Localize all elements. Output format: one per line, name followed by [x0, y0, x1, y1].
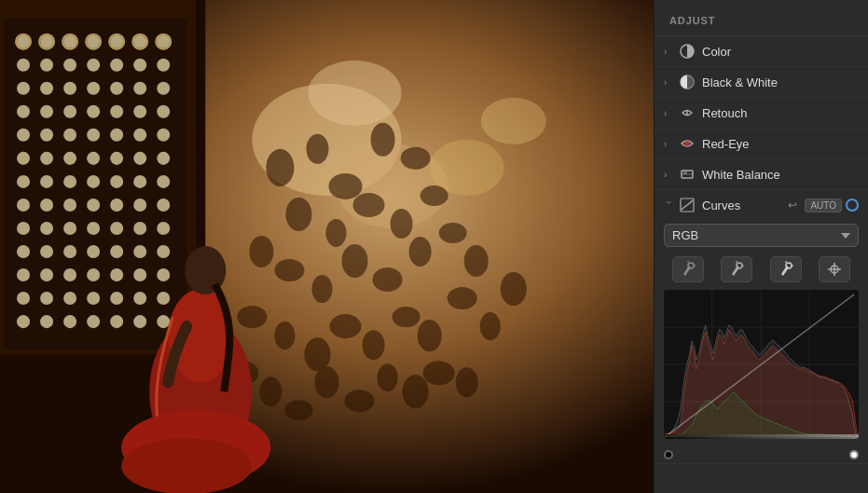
- photo-area: [0, 0, 654, 493]
- red-eye-icon: [679, 135, 696, 152]
- sidebar-item-black-white[interactable]: › Black & White: [654, 67, 868, 98]
- svg-rect-128: [133, 268, 146, 281]
- svg-rect-66: [157, 59, 170, 72]
- svg-point-12: [401, 147, 431, 170]
- svg-rect-123: [17, 268, 30, 281]
- svg-rect-95: [17, 175, 30, 188]
- svg-point-16: [391, 209, 413, 239]
- svg-rect-65: [133, 59, 146, 72]
- svg-rect-105: [87, 199, 100, 212]
- svg-rect-103: [40, 199, 53, 212]
- rgb-channel-select[interactable]: RGB Red Green Blue Luminance: [664, 224, 859, 247]
- svg-rect-71: [110, 82, 123, 95]
- svg-rect-76: [63, 105, 76, 118]
- svg-rect-127: [110, 268, 123, 281]
- svg-rect-84: [87, 129, 100, 142]
- retouch-item-label: Retouch: [702, 106, 859, 120]
- svg-rect-143: [157, 315, 170, 328]
- svg-rect-73: [157, 82, 170, 95]
- svg-rect-101: [157, 175, 170, 188]
- svg-rect-55: [63, 35, 76, 48]
- svg-rect-56: [87, 35, 100, 48]
- svg-rect-99: [110, 175, 123, 188]
- svg-rect-74: [17, 105, 30, 118]
- svg-point-38: [284, 400, 312, 420]
- sidebar-item-retouch[interactable]: › Retouch: [654, 98, 868, 129]
- white-point-eyedropper[interactable]: [770, 256, 802, 282]
- svg-rect-64: [110, 59, 123, 72]
- retouch-icon: [679, 104, 696, 121]
- svg-point-13: [285, 198, 311, 231]
- svg-rect-78: [110, 105, 123, 118]
- svg-rect-102: [17, 199, 30, 212]
- svg-rect-112: [87, 222, 100, 235]
- svg-rect-69: [63, 82, 76, 95]
- svg-point-15: [353, 193, 385, 217]
- svg-rect-98: [87, 175, 100, 188]
- svg-rect-79: [133, 105, 146, 118]
- svg-rect-96: [40, 175, 53, 188]
- sidebar-item-curves[interactable]: › Curves ↩ AUTO: [654, 190, 868, 220]
- svg-rect-137: [17, 315, 30, 328]
- svg-point-28: [304, 337, 330, 371]
- svg-rect-114: [133, 222, 146, 235]
- svg-rect-110: [40, 222, 53, 235]
- svg-rect-129: [157, 268, 170, 281]
- svg-rect-57: [110, 35, 123, 48]
- svg-point-159: [737, 263, 742, 268]
- sidebar-item-white-balance[interactable]: › White Balance: [654, 159, 868, 190]
- svg-point-33: [448, 287, 477, 309]
- svg-point-32: [418, 320, 442, 351]
- svg-rect-83: [63, 129, 76, 142]
- svg-point-30: [363, 330, 385, 360]
- mid-point-eyedropper[interactable]: [721, 256, 752, 282]
- svg-point-9: [306, 134, 328, 164]
- svg-rect-122: [157, 245, 170, 258]
- chevron-right-icon-redeye: ›: [664, 139, 673, 149]
- svg-rect-82: [40, 129, 53, 142]
- eyedropper-row: [654, 253, 868, 290]
- svg-point-156: [688, 263, 694, 268]
- svg-point-35: [501, 272, 527, 306]
- sidebar-item-color[interactable]: › Color: [654, 36, 868, 67]
- redeye-item-label: Red-Eye: [702, 137, 859, 151]
- photo-canvas: [0, 0, 654, 493]
- svg-rect-86: [133, 129, 146, 142]
- curves-section: › Curves ↩ AUTO RGB Red: [654, 190, 868, 464]
- curve-shadow-dot[interactable]: [664, 450, 673, 459]
- svg-point-23: [409, 237, 432, 267]
- svg-point-20: [311, 275, 332, 303]
- color-icon: [679, 43, 696, 60]
- sidebar: ADJUST › Color › Black: [654, 0, 868, 493]
- svg-rect-60: [17, 59, 30, 72]
- black-white-icon: [679, 74, 696, 90]
- svg-rect-54: [40, 35, 53, 48]
- svg-rect-61: [40, 59, 53, 72]
- chevron-right-icon-bw: ›: [664, 77, 673, 88]
- black-point-eyedropper[interactable]: [672, 256, 704, 282]
- svg-rect-58: [133, 35, 146, 48]
- svg-rect-115: [157, 222, 170, 235]
- svg-point-148: [121, 438, 252, 493]
- svg-point-8: [266, 149, 294, 186]
- chevron-right-icon: ›: [664, 47, 673, 57]
- target-dropper[interactable]: [819, 256, 850, 282]
- svg-rect-116: [17, 245, 30, 258]
- curve-highlight-dot[interactable]: [849, 450, 859, 459]
- curves-active-indicator[interactable]: [846, 199, 859, 212]
- svg-rect-140: [87, 315, 100, 328]
- sidebar-item-red-eye[interactable]: › Red-Eye: [654, 129, 868, 159]
- curves-graph[interactable]: [664, 290, 859, 439]
- svg-point-11: [371, 123, 395, 157]
- auto-button[interactable]: AUTO: [805, 199, 842, 212]
- curves-icon: [679, 197, 696, 213]
- adjust-items: › Color › Black & White ›: [654, 36, 868, 493]
- svg-point-39: [314, 366, 338, 398]
- svg-rect-131: [40, 292, 53, 305]
- color-item-label: Color: [702, 45, 859, 59]
- svg-rect-88: [17, 152, 30, 165]
- svg-point-41: [378, 363, 398, 391]
- svg-rect-126: [87, 268, 100, 281]
- svg-rect-62: [63, 59, 76, 72]
- curves-undo-button[interactable]: ↩: [784, 197, 801, 213]
